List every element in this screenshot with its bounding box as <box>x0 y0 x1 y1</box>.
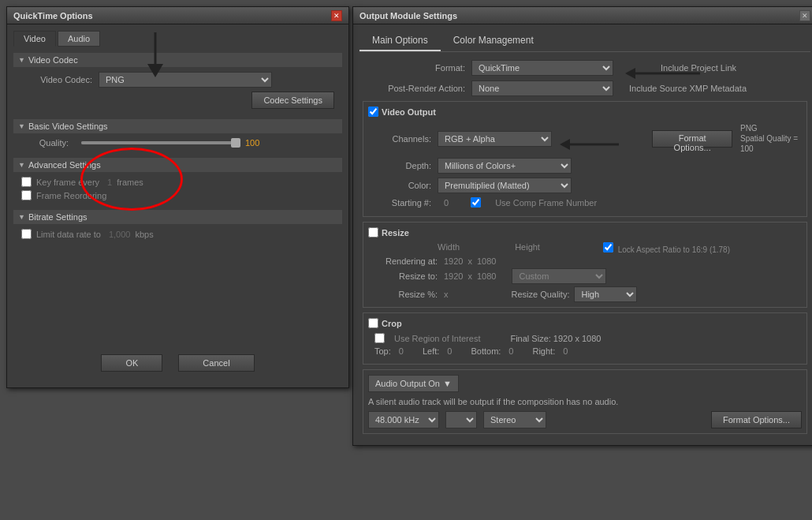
keyframe-row: Key frame every 1 frames <box>13 177 342 187</box>
color-label: Color: <box>368 181 431 190</box>
color-select[interactable]: Premultiplied (Matted) Straight (Unmatte… <box>438 178 572 193</box>
starting-num-value: 0 <box>444 198 449 208</box>
crop-header: Crop <box>368 318 802 328</box>
channels-label: Channels: <box>368 134 431 144</box>
quality-slider-thumb[interactable] <box>231 138 240 148</box>
video-output-section: Video Output Channels: RGB Alpha RGB + A… <box>363 101 807 217</box>
svg-marker-5 <box>560 139 570 150</box>
use-roi-checkbox[interactable] <box>374 333 385 343</box>
om-tab-color[interactable]: Color Management <box>441 31 546 51</box>
audio-silent-row: A silent audio track will be output if t… <box>368 397 802 406</box>
audio-dropdown-arrow-icon: ▼ <box>443 379 452 388</box>
channels-row: Channels: RGB Alpha RGB + Alpha Format O… <box>368 123 802 154</box>
qt-dialog-buttons: OK Cancel <box>13 345 342 381</box>
left-label: Left: <box>423 346 439 356</box>
format-label: Format: <box>363 63 465 73</box>
final-size-label: Final Size: 1920 x 1080 <box>510 334 601 343</box>
quality-label: Quality: <box>21 138 69 148</box>
qt-titlebar: QuickTime Options ✕ <box>7 7 348 24</box>
resize-preset-select[interactable]: Custom 720x480 1280x720 1920x1080 <box>512 268 606 284</box>
lock-aspect-text: Lock Aspect Ratio to 16:9 (1.78) <box>618 245 730 254</box>
use-comp-frame-checkbox[interactable] <box>471 197 481 208</box>
resize-to-label: Resize to: <box>368 271 438 281</box>
crop-checkbox[interactable] <box>368 318 378 328</box>
video-output-checkbox[interactable] <box>368 107 378 117</box>
annotation-container: Video Codec: PNG H.264 ProRes 422 ProRes… <box>13 72 342 109</box>
bitrate-collapse-icon[interactable]: ▼ <box>18 213 25 221</box>
video-output-title: Video Output <box>382 107 436 117</box>
audio-format-select2[interactable] <box>445 411 477 428</box>
top-label: Top: <box>374 346 391 356</box>
rendering-at-row: Rendering at: 1920 x 1080 <box>368 256 802 266</box>
om-close-button[interactable]: ✕ <box>799 10 810 21</box>
qt-cancel-button[interactable]: Cancel <box>178 354 254 372</box>
channels-arrow-svg <box>552 133 623 156</box>
codec-settings-button[interactable]: Codec Settings <box>251 92 334 109</box>
rendering-at-label: Rendering at: <box>368 256 438 266</box>
video-codec-row: Video Codec: PNG H.264 ProRes 422 ProRes… <box>13 72 342 88</box>
qt-title: QuickTime Options <box>13 11 93 21</box>
advanced-settings-collapse-icon[interactable]: ▼ <box>18 161 25 169</box>
include-xmp-label: Include Source XMP Metadata <box>629 84 747 93</box>
resize-x1: x <box>467 256 472 266</box>
bottom-value: 0 <box>508 346 513 356</box>
depth-select[interactable]: Millions of Colors Millions of Colors+ T… <box>438 158 572 174</box>
resize-to-height: 1080 <box>477 271 496 281</box>
qt-ok-button[interactable]: OK <box>101 354 162 372</box>
bottom-label: Bottom: <box>471 346 501 356</box>
resize-height-header: Height <box>515 242 540 254</box>
frame-reordering-checkbox[interactable] <box>21 190 32 200</box>
top-value: 0 <box>399 346 404 356</box>
quality-slider-track <box>81 141 239 144</box>
om-titlebar: Output Module Settings ✕ <box>353 7 812 24</box>
audio-format-options-button[interactable]: Format Options... <box>711 411 802 428</box>
basic-video-collapse-icon[interactable]: ▼ <box>18 122 25 130</box>
resize-title: Resize <box>382 228 409 238</box>
resize-quality-select[interactable]: Low Medium High Bicubic Bilinear <box>574 286 637 302</box>
png-info: PNGSpatial Quality = 100 <box>740 123 802 154</box>
format-row: Format: QuickTime AVI DPX OpenEXR PNG In… <box>359 60 810 76</box>
video-codec-section-title: Video Codec <box>28 55 78 65</box>
om-content: Main Options Color Management Format: Qu… <box>353 24 812 445</box>
resize-to-width: 1920 <box>444 271 463 281</box>
om-tab-main[interactable]: Main Options <box>359 31 441 51</box>
resize-header: Resize <box>368 227 802 238</box>
audio-output-button[interactable]: Audio Output On ▼ <box>368 375 459 392</box>
use-comp-frame-label: Use Comp Frame Number <box>495 198 597 208</box>
format-select[interactable]: QuickTime AVI DPX OpenEXR PNG <box>471 60 613 76</box>
crop-section: Crop Use Region of Interest Final Size: … <box>363 312 807 365</box>
video-output-header: Video Output <box>368 107 802 117</box>
right-label: Right: <box>532 346 555 356</box>
frame-reordering-row: Frame Reordering <box>13 190 342 200</box>
qt-tab-audio[interactable]: Audio <box>58 31 100 47</box>
limit-bitrate-checkbox[interactable] <box>21 229 32 239</box>
lock-aspect-checkbox[interactable] <box>603 242 613 253</box>
resize-col-headers: Width Height Lock Aspect Ratio to 16:9 (… <box>438 242 802 254</box>
bitrate-section-header: ▼ Bitrate Settings <box>13 210 342 224</box>
resize-checkbox[interactable] <box>368 227 378 238</box>
qt-close-button[interactable]: ✕ <box>331 10 342 21</box>
keyframe-checkbox[interactable] <box>21 177 32 187</box>
resize-section: Resize Width Height Lock Aspect Ratio to… <box>363 222 807 308</box>
crop-title: Crop <box>382 319 402 328</box>
video-codec-collapse-icon[interactable]: ▼ <box>18 56 25 64</box>
post-render-row: Post-Render Action: None Import Import &… <box>359 80 810 96</box>
channels-select-audio[interactable]: Mono Stereo 5.1 <box>483 411 546 428</box>
sample-rate-select[interactable]: 48.000 kHz 44.100 kHz 22.050 kHz <box>368 411 439 428</box>
video-codec-select[interactable]: PNG H.264 ProRes 422 ProRes 4444 Animati… <box>99 72 272 88</box>
om-tab-bar: Main Options Color Management <box>359 31 810 52</box>
depth-label: Depth: <box>368 161 431 170</box>
audio-format-row: 48.000 kHz 44.100 kHz 22.050 kHz Mono St… <box>368 411 802 428</box>
bitrate-section-title: Bitrate Settings <box>28 212 88 222</box>
limit-bitrate-unit: kbps <box>135 230 153 239</box>
format-options-button[interactable]: Format Options... <box>652 130 732 148</box>
use-roi-label: Use Region of Interest <box>394 334 480 343</box>
post-render-select[interactable]: None Import Import & Replace Usage Set P… <box>471 80 613 96</box>
channels-select[interactable]: RGB Alpha RGB + Alpha <box>438 131 552 147</box>
quality-slider-fill <box>81 141 239 144</box>
limit-bitrate-row: Limit data rate to 1,000 kbps <box>13 229 342 239</box>
qt-tab-video[interactable]: Video <box>13 31 56 47</box>
starting-num-label: Starting #: <box>368 198 431 208</box>
resize-percent-row: Resize %: x Resize Quality: Low Medium H… <box>368 286 802 302</box>
quality-slider-row: Quality: 100 <box>13 138 342 148</box>
